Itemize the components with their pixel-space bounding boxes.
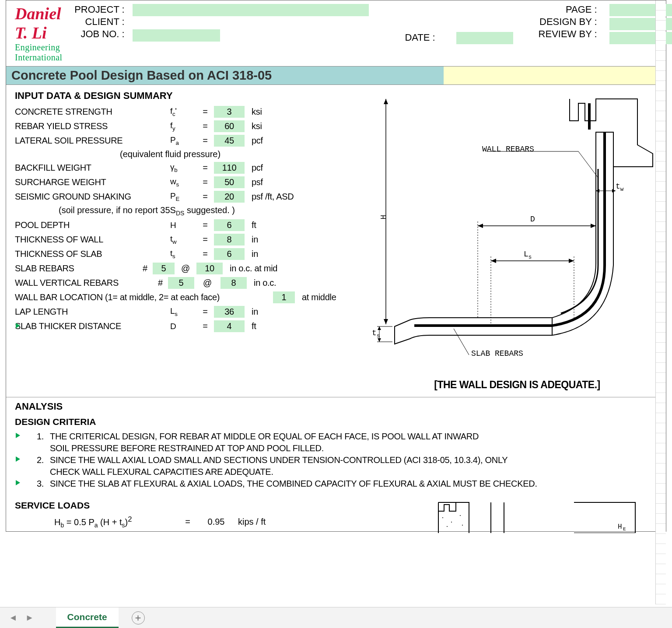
cell-comment-marker-icon	[16, 456, 20, 462]
input-wall-thickness: THICKNESS OF WALL tw = 8 in	[15, 234, 364, 246]
criteria-1: 1. THE CRITERICAL DESIGN, FOR REBAR AT M…	[15, 432, 657, 442]
diagram-d-label: D	[530, 215, 535, 224]
svg-line-9	[578, 151, 598, 178]
design-result: [THE WALL DESIGN IS ADEQUATE.]	[377, 379, 657, 391]
diagram-h-label: H	[379, 215, 388, 220]
sheet-tab-bar: ◄ ► Concrete +	[0, 607, 672, 628]
pa-value[interactable]: 45	[214, 135, 245, 147]
svg-point-27	[462, 525, 463, 526]
input-backfill: BACKFILL WEIGHT γb = 110 pcf	[15, 162, 364, 174]
input-surcharge: SURCHARGE WEIGHT ws = 50 psf	[15, 176, 364, 188]
svg-point-25	[460, 515, 461, 516]
input-rebar-yield: REBAR YIELD STRESS fy = 60 ksi	[15, 120, 364, 132]
efp-note: (equivalent fluid pressure)	[15, 149, 364, 159]
cell-comment-marker-icon	[16, 480, 20, 485]
project-input[interactable]	[133, 4, 369, 16]
svg-marker-14	[478, 224, 483, 228]
svg-marker-15	[591, 224, 596, 228]
input-slab-thicker-dist: SLAB THICKER DISTANCE D = 4 ft	[15, 320, 364, 332]
wall-rebar-spacing[interactable]: 8	[220, 277, 247, 289]
svg-line-22	[454, 329, 469, 355]
d-value[interactable]: 4	[214, 320, 245, 332]
svg-marker-2	[384, 319, 388, 324]
svg-point-26	[447, 526, 448, 527]
ls-value[interactable]: 36	[214, 306, 245, 318]
title-block: Daniel T. Li Engineering International P…	[6, 0, 666, 67]
ws-value[interactable]: 50	[214, 176, 245, 188]
input-slab-rebars: SLAB REBARS # 5 @ 10 in o.c. at mid	[15, 263, 364, 274]
input-wall-rebars: WALL VERTICAL REBARS # 5 @ 8 in o.c.	[15, 277, 364, 289]
sheet-title: Concrete Pool Design Based on ACI 318-05	[6, 67, 444, 84]
pe-value[interactable]: 20	[214, 191, 245, 203]
date-input[interactable]	[456, 32, 513, 44]
diagram-ts-label: ts	[372, 329, 380, 339]
svg-text:H: H	[618, 523, 622, 531]
seismic-note: (soil pressure, if no report 35SDS sugge…	[15, 205, 364, 217]
title-bar: Concrete Pool Design Based on ACI 318-05	[6, 67, 666, 85]
svg-marker-18	[491, 259, 496, 263]
input-wall-bar-location: WALL BAR LOCATION (1= at middle, 2= at e…	[15, 291, 364, 303]
wall-loc-value[interactable]: 1	[273, 291, 295, 303]
company-subtitle: Engineering International	[15, 42, 63, 63]
jobno-input[interactable]	[133, 29, 220, 42]
add-sheet-button[interactable]: +	[132, 611, 145, 624]
hb-value: 0.95	[199, 517, 234, 527]
diagram-ls-label: Ls	[524, 250, 532, 260]
page-label: PAGE :	[513, 4, 601, 15]
input-concrete-strength: CONCRETE STRENGTH fc' = 3 ksi	[15, 106, 364, 118]
input-lateral-soil: LATERAL SOIL PRESSURE Pa = 45 pcf	[15, 135, 364, 147]
date-label: DATE :	[369, 32, 439, 43]
criteria-3: 3. SINCE THE SLAB AT FLEXURAL & AXIAL LO…	[15, 479, 657, 489]
tab-nav-next-icon[interactable]: ►	[25, 613, 34, 623]
designby-label: DESIGN BY :	[513, 16, 601, 28]
svg-marker-19	[569, 259, 574, 263]
criteria-header: DESIGN CRITERIA	[15, 417, 657, 427]
svg-marker-1	[384, 99, 388, 104]
client-label: CLIENT :	[63, 16, 128, 28]
section-diagram: H ts WALL REBARS tw D Ls SLAB REBARS	[377, 90, 657, 375]
diagram-tw-label: tw	[616, 182, 623, 193]
divider	[6, 397, 666, 397]
title-spacer	[444, 67, 666, 84]
cell-comment-marker-icon	[16, 433, 20, 438]
input-section-header: INPUT DATA & DESIGN SUMMARY	[15, 90, 364, 102]
wall-rebar-size[interactable]: 5	[168, 277, 194, 289]
diagram-wall-rebars-label: WALL REBARS	[482, 145, 534, 154]
svg-point-23	[442, 517, 443, 518]
input-pool-depth: POOL DEPTH H = 6 ft	[15, 219, 364, 231]
tab-concrete[interactable]: Concrete	[56, 607, 119, 628]
tw-value[interactable]: 8	[214, 234, 245, 246]
gamma-b-value[interactable]: 110	[214, 162, 245, 174]
svg-text:E: E	[623, 526, 626, 532]
diagram-slab-rebars-label: SLAB REBARS	[471, 349, 523, 358]
tab-nav-prev-icon[interactable]: ◄	[9, 613, 18, 623]
svg-point-24	[451, 522, 452, 523]
fc-value[interactable]: 3	[214, 106, 245, 118]
slab-rebar-size[interactable]: 5	[153, 263, 175, 274]
input-slab-thickness: THICKNESS OF SLAB ts = 6 in	[15, 248, 364, 260]
input-lap-length: LAP LENGTH Ls = 36 in	[15, 306, 364, 318]
fy-value[interactable]: 60	[214, 120, 245, 132]
analysis-header: ANALYSIS	[15, 401, 657, 412]
slab-rebar-spacing[interactable]: 10	[196, 263, 223, 274]
jobno-label: JOB NO. :	[63, 28, 128, 40]
project-label: PROJECT :	[63, 4, 128, 15]
reviewby-label: REVIEW BY :	[513, 28, 601, 40]
h-value[interactable]: 6	[214, 219, 245, 231]
service-diagram: HE	[430, 498, 648, 533]
cell-comment-marker-icon	[16, 323, 20, 328]
criteria-2: 2. SINCE THE WALL AXIAL LOAD SMALL AND S…	[15, 455, 657, 465]
input-seismic: SEISMIC GROUND SHAKING PE = 20 psf /ft, …	[15, 191, 364, 203]
company-name: Daniel T. Li	[15, 4, 63, 42]
ts-value[interactable]: 6	[214, 248, 245, 260]
